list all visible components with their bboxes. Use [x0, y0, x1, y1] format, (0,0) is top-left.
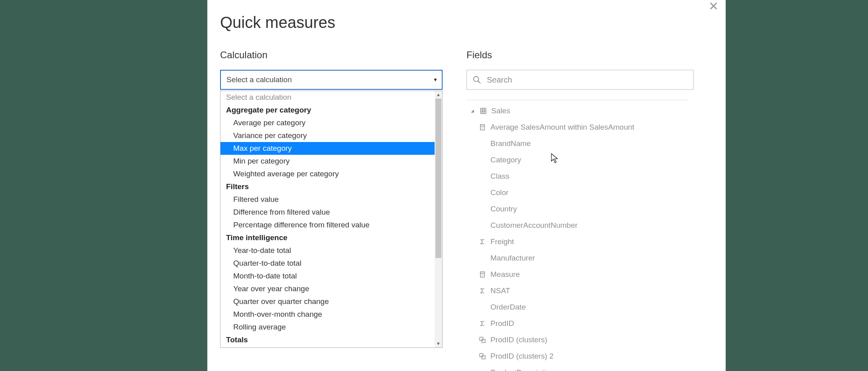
fields-field-row[interactable]: Freight: [466, 233, 688, 250]
dropdown-item[interactable]: Percentage difference from filtered valu…: [220, 219, 435, 231]
dropdown-item[interactable]: Filtered value: [220, 193, 435, 206]
fields-field-label: ProdID (clusters): [490, 335, 547, 344]
fields-field-label: Average SalesAmount within SalesAmount: [490, 123, 634, 132]
dropdown-item[interactable]: Year over year change: [220, 282, 435, 295]
blank-icon: [479, 173, 486, 180]
sigma-icon: [479, 320, 486, 327]
fields-field-row[interactable]: Country: [466, 201, 688, 217]
blank-icon: [479, 205, 486, 213]
dropdown-item[interactable]: Month-to-date total: [220, 270, 435, 282]
blank-icon: [479, 304, 486, 311]
quick-measures-dialog: ✕ Quick measures Calculation Fields Sele…: [207, 0, 726, 371]
blank-icon: [479, 222, 486, 229]
blank-icon: [479, 189, 486, 196]
svg-line-1: [478, 81, 480, 83]
fields-tree[interactable]: ◢SalesAverage SalesAmount within SalesAm…: [466, 100, 688, 371]
dropdown-group-header: Filters: [220, 180, 435, 193]
scroll-up-icon[interactable]: ▲: [435, 91, 442, 99]
group-icon: [479, 353, 486, 360]
scroll-thumb[interactable]: [435, 99, 441, 258]
fields-field-row[interactable]: ProdID (clusters) 2: [466, 348, 688, 364]
fields-field-row[interactable]: Class: [466, 168, 688, 184]
fields-field-row[interactable]: BrandName: [466, 135, 688, 152]
fields-field-row[interactable]: ProdID (clusters): [466, 332, 688, 348]
svg-rect-22: [482, 355, 485, 359]
fields-field-row[interactable]: Manufacturer: [466, 250, 688, 266]
fields-field-label: NSAT: [490, 286, 510, 295]
blank-icon: [479, 156, 486, 164]
calculation-section-label: Calculation: [220, 49, 268, 61]
fields-field-label: Category: [490, 156, 521, 164]
dropdown-item[interactable]: Max per category: [220, 142, 435, 155]
fields-field-label: Color: [490, 188, 508, 197]
fields-field-row[interactable]: CustomerAccountNumber: [466, 217, 688, 233]
fields-field-label: CustomerAccountNumber: [490, 221, 578, 230]
dropdown-group-header: Totals: [220, 334, 435, 346]
calculation-select[interactable]: Select a calculation ▼: [220, 70, 443, 90]
close-icon[interactable]: ✕: [709, 0, 718, 13]
fields-field-row[interactable]: Category: [466, 152, 688, 168]
dropdown-group-header: Time intelligence: [220, 231, 435, 244]
dropdown-scrollbar[interactable]: ▲ ▼: [435, 91, 442, 347]
dropdown-item[interactable]: Average per category: [220, 116, 435, 129]
sigma-icon: [479, 238, 486, 245]
fields-field-label: OrderDate: [490, 303, 526, 312]
svg-rect-19: [480, 337, 483, 340]
fields-field-row[interactable]: ProductDescription: [466, 364, 688, 371]
svg-rect-2: [480, 108, 486, 114]
fields-field-row[interactable]: Color: [466, 184, 688, 201]
blank-icon: [479, 140, 486, 147]
chevron-down-icon: ◢: [470, 109, 475, 113]
fields-search[interactable]: [466, 70, 694, 90]
dropdown-item[interactable]: Rolling average: [220, 321, 435, 334]
dropdown-item[interactable]: Weighted average per category: [220, 168, 435, 180]
fields-field-label: Freight: [490, 237, 514, 246]
fields-section-label: Fields: [466, 49, 492, 61]
fields-field-label: ProductDescription: [490, 368, 555, 371]
fields-field-row[interactable]: Average SalesAmount within SalesAmount: [466, 119, 688, 135]
calculation-select-value: Select a calculation: [226, 75, 292, 84]
dropdown-item[interactable]: Min per category: [220, 155, 435, 168]
dropdown-placeholder[interactable]: Select a calculation: [220, 91, 435, 104]
svg-rect-20: [482, 339, 485, 342]
table-icon: [480, 107, 487, 114]
dialog-title: Quick measures: [220, 14, 335, 32]
fields-field-label: BrandName: [490, 139, 531, 148]
fields-field-row[interactable]: Measure: [466, 266, 688, 282]
search-icon: [472, 75, 481, 84]
chevron-down-icon: ▼: [433, 77, 438, 83]
fields-table-label: Sales: [491, 107, 510, 115]
dropdown-item[interactable]: Year-to-date total: [220, 244, 435, 257]
fields-field-row[interactable]: OrderDate: [466, 299, 688, 315]
fields-field-row[interactable]: NSAT: [466, 282, 688, 299]
calculation-dropdown[interactable]: Select a calculationAggregate per catego…: [220, 91, 443, 348]
dropdown-item[interactable]: Quarter-to-date total: [220, 257, 435, 270]
group-icon: [479, 336, 486, 343]
svg-point-0: [474, 77, 479, 82]
measure-icon: [479, 124, 486, 131]
fields-field-label: Manufacturer: [490, 254, 535, 262]
fields-field-label: Class: [490, 172, 510, 181]
fields-table-row[interactable]: ◢Sales: [466, 103, 688, 119]
scroll-down-icon[interactable]: ▼: [435, 340, 442, 347]
dropdown-group-header: Aggregate per category: [220, 104, 435, 116]
fields-search-input[interactable]: [486, 75, 688, 85]
blank-icon: [479, 369, 486, 371]
fields-field-label: Country: [490, 205, 517, 213]
blank-icon: [479, 255, 486, 262]
measure-icon: [479, 271, 486, 278]
dropdown-item[interactable]: Variance per category: [220, 129, 435, 142]
dropdown-item[interactable]: Quarter over quarter change: [220, 295, 435, 308]
fields-field-label: ProdID (clusters) 2: [490, 352, 553, 361]
svg-rect-21: [480, 353, 483, 357]
fields-field-label: Measure: [490, 270, 520, 279]
fields-field-row[interactable]: ProdID: [466, 315, 688, 332]
sigma-icon: [479, 287, 486, 294]
dropdown-item[interactable]: Difference from filtered value: [220, 206, 435, 219]
dropdown-item[interactable]: Month-over-month change: [220, 308, 435, 321]
fields-field-label: ProdID: [490, 319, 514, 328]
